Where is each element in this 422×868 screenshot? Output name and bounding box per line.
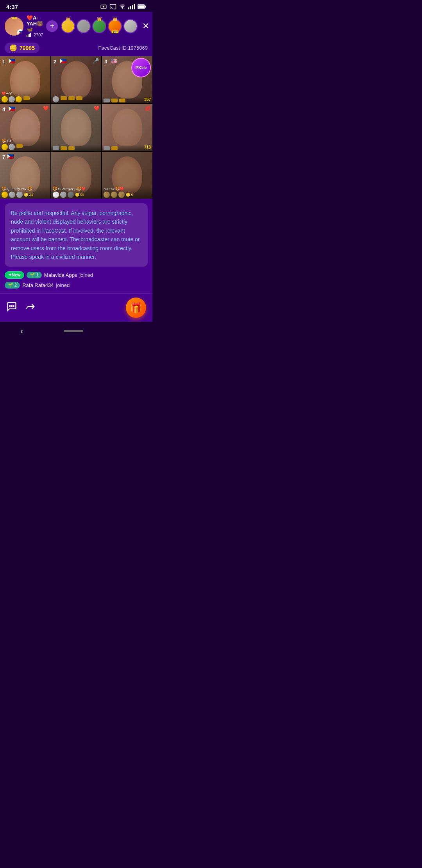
join-name-1: Malavida Apps [44,272,77,278]
video-cell-5[interactable]: ❤️ [51,104,102,151]
video-cell-4[interactable]: 4 🇵🇭 ❤️ 🐯 Ca [0,104,50,151]
video-grid: 1 🇵🇭 ❤️A-Y 2 🇵🇭 🎤 [0,56,152,199]
cell-score-3: 357 [144,97,151,102]
comment-icon [6,301,17,312]
share-button[interactable] [25,301,36,314]
score-bar-3b [111,99,118,102]
score-bar-5b [61,146,67,150]
cell-avatar-9b [111,192,117,198]
join-message-2: 🌱 2 Rafa Rafa434 joined [5,282,148,289]
cell-avatar-7a [2,192,8,198]
cell-number-4: 4 [2,106,5,112]
coin-icon: 🪙 [9,44,17,52]
cell-name-8: 🐯 SAMmy#SA🐯❤️ [53,187,100,191]
cell-score-6: 713 [144,145,151,149]
level-badge-2: 🌱 2 [5,282,20,289]
svg-point-13 [13,306,14,307]
nav-bar: ‹ [0,322,152,339]
cell-number-1: 1 [2,59,5,65]
cell-name-9: AJ #SA🐯❤️ [104,187,151,191]
host-name: ❤️A-YAH🐻🦋 [27,15,43,32]
video-cell-1[interactable]: 1 🇵🇭 ❤️A-Y [0,56,50,103]
viewer-avatar-3[interactable]: 👑 [92,19,106,33]
svg-point-12 [11,306,12,307]
viewer-avatars: 👑 👑 👑 VIP [61,19,138,33]
add-button[interactable]: + [46,20,58,32]
cell-avatar-1a [2,96,8,102]
cell-flag-4: 🇵🇭 [9,106,15,112]
coin-balance: 🪙 79905 [5,43,39,53]
status-bar: 4:37 [0,0,152,12]
cell-avatar-1c [16,96,22,102]
cell-name-7: 🐯 Queenly #SA🐯 [2,187,49,191]
cell-avatar-9c [118,192,125,198]
status-icons [100,3,146,10]
chat-area: Be polite and respectful. Any vulgar, po… [0,199,152,293]
cell-number-3: 3 [104,59,107,65]
join-name-2: Rafa Rafa434 [22,282,54,288]
host-stats: 2707 [27,32,43,37]
svg-point-11 [9,306,10,307]
host-flag: 🇵🇭 [17,29,23,36]
cell-avatar-2a [53,96,59,102]
score-bar-2b [68,96,75,100]
viewer-avatar-2[interactable] [77,19,91,33]
host-info: ❤️A-YAH🐻🦋 2707 [27,15,43,37]
level-badge-1: 🌱 1 [27,272,42,278]
signal-icon [128,4,135,9]
cell-avatar-4a [2,144,8,150]
svg-rect-10 [30,33,31,37]
score-bar-3a [104,99,110,102]
host-avatar[interactable]: 👑 🇵🇭 [5,17,23,36]
cell-flag-2: 🇵🇭 [60,58,66,64]
viewer-avatar-5[interactable] [123,19,138,33]
join-action-2: joined [56,282,70,288]
cell-mic-2: 🎤 [92,58,99,64]
home-indicator[interactable] [64,330,83,332]
cell-name-4: 🐯 Ca [2,139,49,143]
cell-name-1: ❤️A-Y [2,91,49,95]
close-button[interactable]: ✕ [142,21,149,31]
video-cell-9[interactable]: AJ #SA🐯❤️ 🪙 0 [102,152,152,199]
cell-avatar-8a [53,192,59,198]
status-time: 4:37 [6,4,18,10]
cell-avatar-8b [60,192,66,198]
cell-coins-7: 🪙 34 [24,193,33,197]
cell-flag-3: 🇺🇸 [111,58,117,64]
video-cell-7[interactable]: 7 🇵🇭 🐯 Queenly #SA🐯 🪙 34 [0,152,50,199]
svg-rect-6 [138,5,144,8]
video-cell-8[interactable]: 🐯 SAMmy#SA🐯❤️ 🪙 99 [51,152,102,199]
back-button[interactable]: ‹ [20,326,23,335]
svg-point-1 [103,6,105,8]
viewer-avatar-4[interactable]: 👑 VIP [108,19,122,33]
cell-avatar-8c [68,192,74,198]
viewers-icon [27,33,32,37]
score-bar-2a [61,96,67,100]
video-cell-3[interactable]: 3 🇺🇸 PKble 357 [102,56,152,103]
cell-avatar-1b [9,96,15,102]
rules-text: Be polite and respectful. Any vulgar, po… [11,209,141,261]
viewer-avatar-1[interactable]: 👑 [61,19,75,33]
heart-6: 💋 [145,106,151,111]
score-bar-6b [111,146,118,150]
cell-flag-7: 🇵🇭 [7,153,14,160]
share-icon [25,301,36,312]
heart-4: ❤️ [43,106,49,111]
bottom-actions [6,301,36,314]
comment-button[interactable] [6,301,17,314]
svg-rect-8 [28,34,29,37]
cast-icon [109,3,116,10]
video-cell-2[interactable]: 2 🇵🇭 🎤 [51,56,102,103]
cell-avatar-7b [9,192,15,198]
pk-badge: PKble [131,58,151,77]
join-action-1: joined [79,272,93,278]
viewer-count: 2707 [34,32,43,37]
bottom-bar: 🎁 [0,293,152,322]
score-bar-5a [53,146,59,150]
video-cell-6[interactable]: 💋 713 [102,104,152,151]
score-bar-3c [119,99,125,102]
coin-row: 🪙 79905 FaceCast ID:1975069 [0,40,152,56]
cell-avatar-7c [16,192,23,198]
gift-button[interactable]: 🎁 [126,298,146,318]
header: 👑 🇵🇭 ❤️A-YAH🐻🦋 2707 + 👑 � [0,12,152,40]
